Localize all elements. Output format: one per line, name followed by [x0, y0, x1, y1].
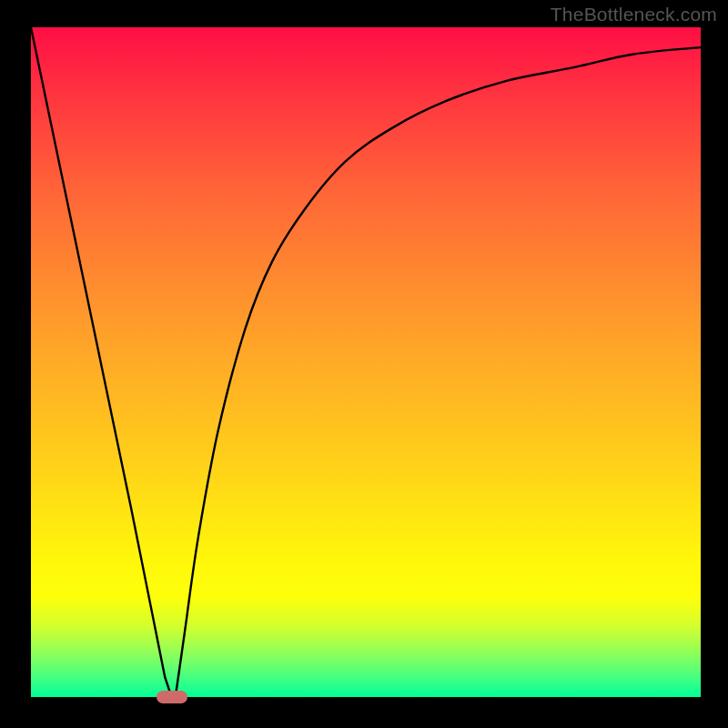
chart-frame: TheBottleneck.com	[0, 0, 728, 728]
optimal-marker	[157, 691, 187, 703]
bottleneck-curve	[31, 27, 701, 697]
watermark-text: TheBottleneck.com	[551, 4, 717, 25]
curve-path	[31, 27, 701, 697]
